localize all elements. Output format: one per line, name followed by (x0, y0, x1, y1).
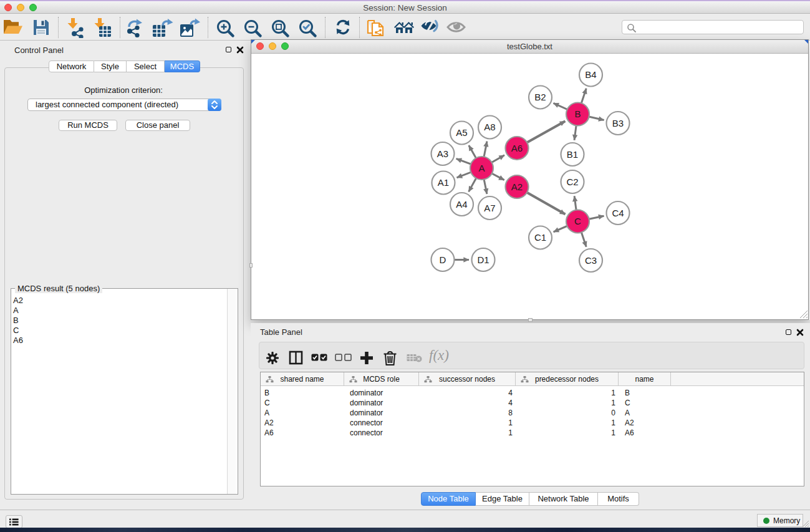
svg-text:C1: C1 (534, 232, 546, 243)
svg-text:D: D (440, 254, 446, 265)
svg-text:A3: A3 (437, 148, 448, 159)
svg-text:A6: A6 (511, 143, 523, 153)
svg-text:B2: B2 (534, 92, 546, 102)
svg-text:C4: C4 (612, 208, 624, 218)
svg-text:A4: A4 (456, 199, 467, 210)
svg-text:C2: C2 (566, 177, 578, 187)
svg-text:C: C (574, 216, 581, 226)
svg-text:A7: A7 (484, 203, 495, 213)
svg-text:C3: C3 (585, 255, 597, 266)
svg-text:A: A (478, 163, 485, 173)
svg-text:D1: D1 (477, 254, 489, 265)
svg-text:A1: A1 (438, 177, 449, 188)
svg-text:B1: B1 (567, 149, 578, 160)
svg-text:B: B (574, 109, 581, 119)
svg-text:A5: A5 (456, 127, 467, 138)
svg-text:A8: A8 (484, 122, 495, 132)
svg-text:A2: A2 (511, 181, 523, 192)
svg-text:B3: B3 (612, 118, 624, 128)
svg-text:B4: B4 (585, 69, 596, 80)
